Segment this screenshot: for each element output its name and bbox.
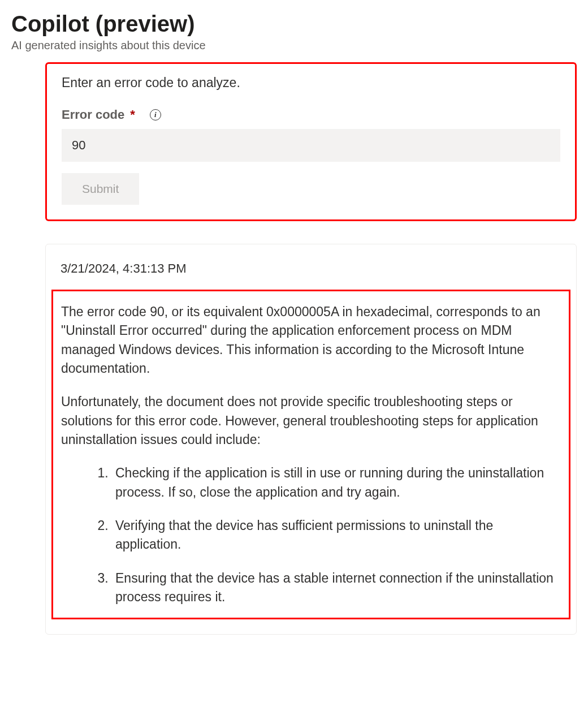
troubleshooting-steps-list: Checking if the application is still in … <box>61 464 561 606</box>
list-item: Ensuring that the device has a stable in… <box>112 569 561 607</box>
response-timestamp: 3/21/2024, 4:31:13 PM <box>60 261 561 276</box>
list-item: Checking if the application is still in … <box>112 464 561 502</box>
info-icon[interactable]: i <box>150 109 161 120</box>
response-paragraph-1: The error code 90, or its equivalent 0x0… <box>61 303 561 378</box>
page-title: Copilot (preview) <box>11 11 577 37</box>
field-label-row: Error code * i <box>62 107 560 122</box>
required-asterisk: * <box>130 107 135 122</box>
response-paragraph-2: Unfortunately, the document does not pro… <box>61 393 561 449</box>
page-subtitle: AI generated insights about this device <box>11 39 577 52</box>
error-code-input[interactable] <box>62 129 560 162</box>
response-body: The error code 90, or its equivalent 0x0… <box>51 290 570 619</box>
input-prompt: Enter an error code to analyze. <box>62 75 560 90</box>
error-code-label: Error code <box>62 107 124 122</box>
response-card: 3/21/2024, 4:31:13 PM The error code 90,… <box>45 244 577 635</box>
submit-button[interactable]: Submit <box>62 173 139 205</box>
list-item: Verifying that the device has sufficient… <box>112 516 561 554</box>
error-code-input-card: Enter an error code to analyze. Error co… <box>45 62 577 221</box>
